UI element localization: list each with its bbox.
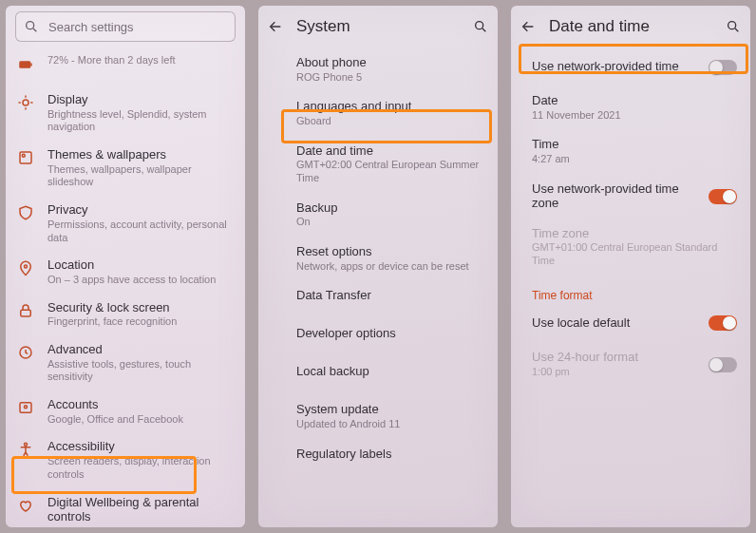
settings-item-display[interactable]: DisplayBrightness level, Splendid, syste… <box>6 86 245 141</box>
item-title: Location <box>47 257 232 273</box>
item-title: Accounts <box>47 397 232 412</box>
settings-item-battery[interactable]: 72% - More than 2 days left <box>6 48 245 86</box>
item-sub: Updated to Android 11 <box>296 418 484 431</box>
row-time[interactable]: Time 4:27 am <box>511 129 750 173</box>
settings-item-location[interactable]: LocationOn – 3 apps have access to locat… <box>6 251 245 293</box>
search-placeholder: Search settings <box>48 20 134 34</box>
item-sub: Assistive tools, gestures, touch sensiti… <box>47 358 232 385</box>
svg-point-4 <box>23 100 28 105</box>
item-title: Accessibility <box>47 439 232 454</box>
svg-rect-9 <box>20 152 31 163</box>
system-item-4[interactable]: Reset optionsNetwork, apps or device can… <box>258 237 498 280</box>
system-item-3[interactable]: BackupOn <box>258 193 498 237</box>
search-settings-input[interactable]: Search settings <box>15 11 236 42</box>
system-header: System <box>258 6 498 48</box>
search-icon[interactable] <box>726 19 741 34</box>
system-item-1[interactable]: Languages and inputGboard <box>258 91 498 135</box>
svg-point-0 <box>27 22 34 29</box>
svg-point-10 <box>22 154 25 157</box>
system-item-9[interactable]: Regulatory labels <box>258 439 498 477</box>
system-item-2[interactable]: Date and timeGMT+02:00 Central European … <box>258 136 498 193</box>
section-time-format: Time format <box>511 276 750 304</box>
switch-icon[interactable] <box>709 60 737 75</box>
item-sub: Gboard <box>296 115 484 128</box>
label: Date <box>532 93 737 108</box>
page-title: System <box>296 17 460 36</box>
item-sub: Screen readers, display, interaction con… <box>47 455 232 482</box>
label: Time zone <box>532 226 737 241</box>
svg-point-15 <box>25 406 28 409</box>
item-sub: ROG Phone 5 <box>296 71 484 85</box>
switch-icon <box>709 357 737 372</box>
toggle-network-zone[interactable]: Use network-provided time zone <box>511 174 750 219</box>
item-sub: GMT+02:00 Central European Summer Time <box>296 159 484 185</box>
advanced-icon <box>17 344 34 361</box>
item-title: Security & lock screen <box>47 300 232 315</box>
value: 11 November 2021 <box>532 109 737 123</box>
toggle-network-time[interactable]: Use network-provided time <box>511 48 750 86</box>
value: 4:27 am <box>532 153 737 166</box>
location-icon <box>17 259 34 276</box>
system-item-6[interactable]: Developer options <box>258 318 498 356</box>
settings-item-themes[interactable]: Themes & wallpapersThemes, wallpapers, w… <box>6 141 245 196</box>
page-title: Date and time <box>549 17 712 36</box>
settings-item-accounts[interactable]: AccountsGoogle, Office and Facebook <box>6 390 245 432</box>
item-title: Local backup <box>296 364 484 379</box>
privacy-icon <box>17 204 34 221</box>
item-title: Themes & wallpapers <box>47 147 232 162</box>
toggle-locale-default[interactable]: Use locale default <box>511 304 750 342</box>
value: GMT+01:00 Central European Standard Time <box>532 241 737 268</box>
switch-icon[interactable] <box>709 189 737 204</box>
accounts-icon <box>17 399 34 416</box>
back-icon[interactable] <box>520 19 536 34</box>
item-sub: On <box>296 216 484 229</box>
svg-point-11 <box>25 265 28 268</box>
svg-point-23 <box>476 22 483 29</box>
item-title: Advanced <box>47 342 232 357</box>
settings-item-advanced[interactable]: AdvancedAssistive tools, gestures, touch… <box>6 335 245 390</box>
item-title: Privacy <box>47 202 232 218</box>
item-sub: Permissions, account activity, personal … <box>47 219 232 245</box>
item-sub: Network, apps or device can be reset <box>296 260 484 274</box>
settings-item-wellbeing[interactable]: Digital Wellbeing & parental controlsScr… <box>6 488 245 528</box>
item-sub: On – 3 apps have access to location <box>47 274 232 287</box>
svg-rect-2 <box>19 61 30 68</box>
row-date[interactable]: Date 11 November 2021 <box>511 86 750 129</box>
back-icon[interactable] <box>268 19 283 34</box>
system-item-7[interactable]: Local backup <box>258 356 498 394</box>
item-sub: Fingerprint, face recognition <box>47 315 232 329</box>
accessibility-icon <box>17 441 34 458</box>
search-icon[interactable] <box>473 19 488 34</box>
settings-item-accessibility[interactable]: AccessibilityScreen readers, display, in… <box>6 432 245 487</box>
item-title: Developer options <box>296 326 484 341</box>
item-title: Date and time <box>296 143 484 159</box>
label: Use network-provided time <box>532 59 695 74</box>
system-item-8[interactable]: System updateUpdated to Android 11 <box>258 394 498 438</box>
item-title: System update <box>296 402 484 417</box>
row-time-zone: Time zone GMT+01:00 Central European Sta… <box>511 219 750 276</box>
item-sub: Brightness level, Splendid, system navig… <box>47 108 232 135</box>
settings-item-privacy[interactable]: PrivacyPermissions, account activity, pe… <box>6 196 245 251</box>
svg-rect-3 <box>30 64 32 67</box>
item-sub: Themes, wallpapers, wallpaper slideshow <box>47 163 232 190</box>
item-title: Display <box>47 92 232 107</box>
label: Use network-provided time zone <box>532 181 695 211</box>
settings-item-lock[interactable]: Security & lock screenFingerprint, face … <box>6 294 245 335</box>
item-title: Languages and input <box>296 99 484 114</box>
item-title: Backup <box>296 200 484 216</box>
label: Use locale default <box>532 315 695 331</box>
item-sub: Screen time, app timers, bedtime schedul… <box>47 525 232 527</box>
system-item-0[interactable]: About phoneROG Phone 5 <box>258 48 498 91</box>
wellbeing-icon <box>17 497 34 514</box>
svg-line-24 <box>482 29 485 31</box>
value: 1:00 pm <box>532 366 695 379</box>
themes-icon <box>17 149 34 166</box>
lock-icon <box>17 302 34 319</box>
item-sub: Google, Office and Facebook <box>47 413 232 427</box>
system-item-5[interactable]: Data Transfer <box>258 280 498 318</box>
switch-icon[interactable] <box>709 315 737 331</box>
toggle-24h: Use 24-hour format 1:00 pm <box>511 342 750 386</box>
item-title: About phone <box>296 55 484 70</box>
item-title: Regulatory labels <box>296 447 484 462</box>
display-icon <box>17 94 34 111</box>
